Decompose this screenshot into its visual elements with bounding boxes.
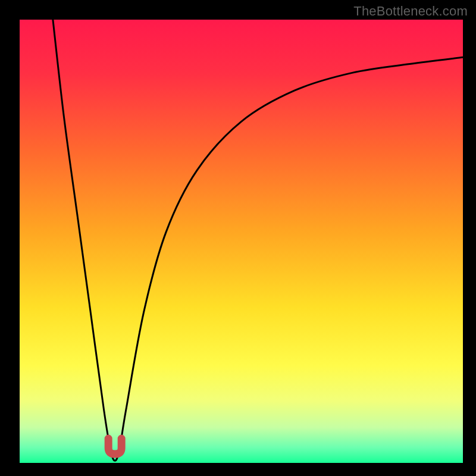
curve-layer [20,20,463,463]
watermark-label: TheBottleneck.com [353,4,468,19]
minimum-marker-icon [108,439,121,454]
chart-frame: TheBottleneck.com [0,0,476,476]
bottleneck-curve [53,20,463,461]
plot-area [20,20,463,463]
